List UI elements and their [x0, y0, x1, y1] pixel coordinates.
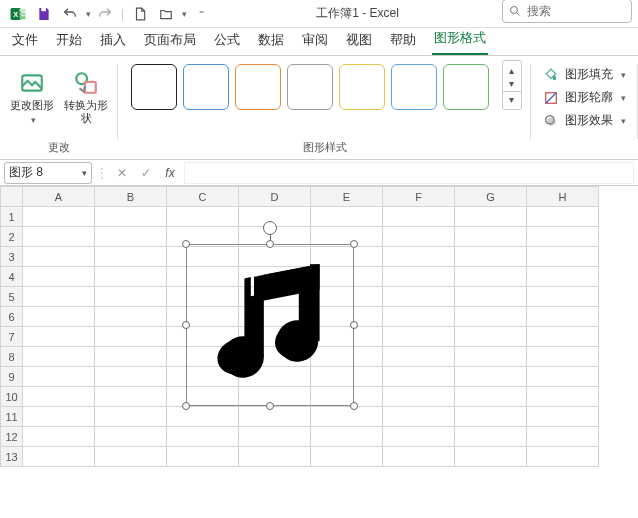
column-header[interactable]: B [95, 187, 167, 207]
column-header[interactable]: H [527, 187, 599, 207]
cell[interactable] [527, 287, 599, 307]
formula-input[interactable] [184, 162, 634, 184]
resize-handle[interactable] [266, 402, 274, 410]
shape-styles-gallery[interactable] [128, 60, 492, 114]
cell[interactable] [95, 207, 167, 227]
column-header[interactable]: C [167, 187, 239, 207]
shape-style-swatch[interactable] [235, 64, 281, 110]
cell[interactable] [311, 427, 383, 447]
cell[interactable] [527, 387, 599, 407]
cell[interactable] [455, 327, 527, 347]
cell[interactable] [383, 207, 455, 227]
cell[interactable] [95, 447, 167, 467]
redo-button[interactable] [93, 2, 117, 26]
tab-data[interactable]: 数据 [256, 27, 286, 55]
tab-view[interactable]: 视图 [344, 27, 374, 55]
tab-formulas[interactable]: 公式 [212, 27, 242, 55]
cell[interactable] [311, 207, 383, 227]
cell[interactable] [383, 387, 455, 407]
row-header[interactable]: 1 [1, 207, 23, 227]
row-header[interactable]: 10 [1, 387, 23, 407]
resize-handle[interactable] [182, 402, 190, 410]
cell[interactable] [527, 247, 599, 267]
cell[interactable] [311, 447, 383, 467]
row-header[interactable]: 4 [1, 267, 23, 287]
open-dropdown-icon[interactable]: ▾ [182, 9, 187, 19]
row-header[interactable]: 13 [1, 447, 23, 467]
cell[interactable] [23, 447, 95, 467]
cell[interactable] [95, 367, 167, 387]
change-graphic-button[interactable]: 更改图形 ▾ [8, 60, 56, 130]
resize-handle[interactable] [350, 321, 358, 329]
cell[interactable] [383, 267, 455, 287]
cell[interactable] [239, 427, 311, 447]
cell[interactable] [95, 287, 167, 307]
row-header[interactable]: 3 [1, 247, 23, 267]
cell[interactable] [23, 287, 95, 307]
shape-style-swatch[interactable] [183, 64, 229, 110]
resize-handle[interactable] [350, 240, 358, 248]
styles-more-button[interactable]: ▴▾▾ [502, 60, 522, 110]
cell[interactable] [527, 307, 599, 327]
cell[interactable] [455, 387, 527, 407]
row-header[interactable]: 2 [1, 227, 23, 247]
cell[interactable] [527, 227, 599, 247]
name-box[interactable]: 图形 8 ▾ [4, 162, 92, 184]
shape-style-swatch[interactable] [443, 64, 489, 110]
new-file-icon[interactable] [128, 2, 152, 26]
shape-style-swatch[interactable] [339, 64, 385, 110]
cell[interactable] [455, 227, 527, 247]
cell[interactable] [239, 407, 311, 427]
tab-insert[interactable]: 插入 [98, 27, 128, 55]
cell[interactable] [527, 407, 599, 427]
shape-outline-button[interactable]: 图形轮廓 ▾ [543, 89, 626, 106]
row-header[interactable]: 5 [1, 287, 23, 307]
cell[interactable] [527, 347, 599, 367]
cell[interactable] [455, 347, 527, 367]
tab-help[interactable]: 帮助 [388, 27, 418, 55]
select-all-corner[interactable] [1, 187, 23, 207]
row-header[interactable]: 8 [1, 347, 23, 367]
resize-handle[interactable] [182, 240, 190, 248]
shape-selection-box[interactable] [186, 244, 354, 406]
cell[interactable] [23, 427, 95, 447]
row-header[interactable]: 9 [1, 367, 23, 387]
cell[interactable] [383, 247, 455, 267]
search-box[interactable] [502, 0, 632, 23]
cell[interactable] [455, 267, 527, 287]
cell[interactable] [455, 307, 527, 327]
cell[interactable] [23, 267, 95, 287]
qat-customize-icon[interactable]: ⁼ [189, 2, 213, 26]
tab-file[interactable]: 文件 [10, 27, 40, 55]
cell[interactable] [455, 427, 527, 447]
rotation-handle[interactable] [263, 221, 277, 235]
cell[interactable] [311, 407, 383, 427]
cell[interactable] [23, 347, 95, 367]
save-icon[interactable] [32, 2, 56, 26]
excel-app-icon[interactable]: X [6, 2, 30, 26]
undo-dropdown-icon[interactable]: ▾ [86, 9, 91, 19]
shape-fill-button[interactable]: 图形填充 ▾ [543, 66, 626, 83]
chevron-down-icon[interactable]: ▾ [82, 168, 87, 178]
cell[interactable] [23, 367, 95, 387]
cell[interactable] [95, 247, 167, 267]
column-header[interactable]: A [23, 187, 95, 207]
convert-to-shape-button[interactable]: 转换为形状 [62, 60, 110, 130]
shape-style-swatch[interactable] [287, 64, 333, 110]
cell[interactable] [95, 347, 167, 367]
cell[interactable] [95, 327, 167, 347]
cell[interactable] [95, 387, 167, 407]
tab-review[interactable]: 审阅 [300, 27, 330, 55]
undo-button[interactable] [58, 2, 82, 26]
confirm-formula-icon[interactable]: ✓ [136, 163, 156, 183]
cell[interactable] [95, 407, 167, 427]
cell[interactable] [455, 287, 527, 307]
column-header[interactable]: D [239, 187, 311, 207]
shape-effects-button[interactable]: 图形效果 ▾ [543, 112, 626, 129]
row-header[interactable]: 12 [1, 427, 23, 447]
cell[interactable] [455, 207, 527, 227]
shape-style-swatch[interactable] [391, 64, 437, 110]
cell[interactable] [383, 407, 455, 427]
cell[interactable] [95, 227, 167, 247]
resize-handle[interactable] [350, 402, 358, 410]
